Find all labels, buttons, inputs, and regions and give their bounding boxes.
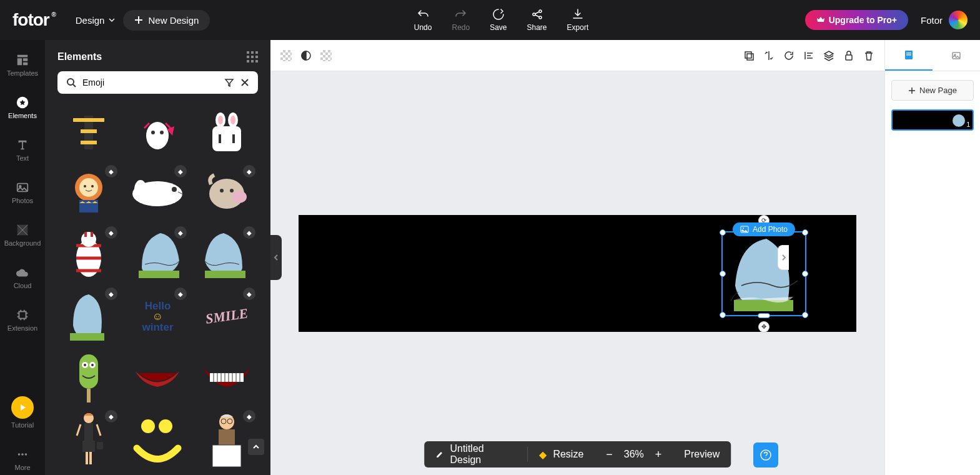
svg-point-25	[151, 131, 155, 134]
element-item[interactable]	[126, 346, 189, 409]
resize-button[interactable]: ◆ Resize	[528, 441, 595, 468]
resize-handle[interactable]	[802, 229, 808, 236]
element-item[interactable]	[196, 346, 258, 409]
save-button[interactable]: Save	[490, 8, 507, 32]
download-icon	[572, 8, 584, 21]
lock-icon[interactable]	[843, 50, 854, 61]
sidebar-item-text[interactable]: Text	[0, 134, 45, 166]
element-item[interactable]: ◆	[196, 162, 258, 225]
add-photo-button[interactable]: Add Photo	[733, 222, 795, 236]
element-item[interactable]: ◆	[57, 285, 120, 348]
canvas-viewport[interactable]: Add Photo ⟳ ✥	[270, 71, 884, 475]
save-icon	[492, 8, 505, 21]
share-button[interactable]: Share	[527, 8, 547, 32]
export-button[interactable]: Export	[567, 8, 589, 32]
transparency-icon[interactable]	[280, 50, 292, 61]
svg-rect-23	[81, 141, 97, 144]
canvas[interactable]: Add Photo ⟳ ✥	[299, 215, 856, 332]
sidebar-item-tutorial[interactable]: Tutorial	[0, 392, 45, 432]
design-title-section[interactable]: Untitled Design	[424, 441, 528, 468]
new-page-button[interactable]: New Page	[891, 80, 974, 101]
user-menu[interactable]: Fotor	[921, 11, 968, 29]
adjust-icon[interactable]	[300, 50, 312, 61]
svg-rect-21	[73, 118, 104, 122]
grid-view-icon[interactable]	[247, 51, 258, 62]
filter-icon[interactable]	[224, 78, 234, 88]
svg-rect-17	[251, 60, 254, 62]
element-item[interactable]	[126, 408, 189, 470]
rotate-icon[interactable]	[783, 50, 794, 61]
sidebar-item-extension[interactable]: Extension	[0, 304, 45, 336]
svg-rect-61	[84, 423, 93, 441]
clear-icon[interactable]	[240, 78, 249, 87]
zoom-in-button[interactable]: +	[655, 448, 662, 461]
element-item[interactable]: ◆Hello☺winter	[126, 285, 189, 348]
panel-title: Elements	[57, 51, 102, 62]
svg-rect-22	[81, 129, 97, 133]
element-item[interactable]: ◆SMILE	[196, 285, 258, 348]
search-input[interactable]	[82, 78, 218, 88]
svg-rect-82	[906, 52, 911, 54]
svg-rect-16	[247, 60, 249, 62]
copy-icon[interactable]	[743, 50, 755, 61]
element-item[interactable]	[57, 101, 120, 164]
element-item[interactable]	[57, 346, 120, 409]
new-design-button[interactable]: New Design	[123, 10, 210, 31]
panel-collapse-button[interactable]	[270, 235, 282, 280]
selected-element[interactable]: Add Photo ⟳ ✥	[721, 231, 806, 316]
sidebar-item-cloud[interactable]: Cloud	[0, 262, 45, 293]
element-item[interactable]: ◆	[57, 408, 120, 470]
crown-icon	[816, 16, 825, 24]
preview-button[interactable]: Preview	[673, 441, 731, 468]
svg-point-0	[533, 13, 535, 16]
help-button[interactable]	[753, 442, 778, 468]
design-menu[interactable]: Design	[68, 10, 124, 31]
zoom-out-button[interactable]: −	[606, 448, 613, 461]
element-item[interactable]: ◆	[126, 162, 189, 225]
resize-handle[interactable]	[802, 271, 808, 277]
scroll-top-button[interactable]	[248, 439, 264, 455]
flip-icon[interactable]	[763, 50, 775, 61]
sidebar-label: Cloud	[14, 282, 32, 289]
element-item[interactable]: ◆	[57, 224, 120, 286]
resize-handle[interactable]	[720, 229, 726, 236]
design-menu-label: Design	[76, 15, 105, 26]
premium-badge: ◆	[174, 165, 187, 178]
page-thumbnail[interactable]: 1	[891, 109, 974, 131]
element-item[interactable]: ◆	[57, 162, 120, 225]
sidebar-item-photos[interactable]: Photos	[0, 177, 45, 208]
resize-handle[interactable]	[802, 312, 808, 318]
resize-handle[interactable]	[758, 313, 770, 318]
user-name: Fotor	[921, 15, 943, 26]
premium-badge: ◆	[243, 165, 255, 178]
undo-button[interactable]: Undo	[414, 8, 432, 32]
resize-handle[interactable]	[720, 312, 726, 318]
upgrade-button[interactable]: Upgrade to Pro+	[805, 10, 908, 30]
svg-point-78	[743, 228, 744, 229]
sidebar-item-elements[interactable]: Elements	[0, 92, 45, 123]
logo[interactable]: fotor®	[12, 10, 49, 30]
checker-icon[interactable]	[320, 50, 332, 61]
premium-badge: ◆	[243, 410, 255, 422]
element-item[interactable]	[126, 101, 189, 164]
redo-button[interactable]: Redo	[452, 8, 470, 32]
move-handle[interactable]: ✥	[758, 321, 770, 332]
export-label: Export	[567, 23, 589, 32]
sidebar-label: Text	[16, 154, 29, 162]
right-panel-toggle[interactable]	[778, 245, 789, 270]
element-item[interactable]	[196, 101, 258, 164]
layers-icon[interactable]	[823, 50, 834, 61]
pages-tab[interactable]	[885, 40, 933, 71]
svg-point-8	[21, 453, 24, 456]
element-item[interactable]: ◆	[196, 224, 258, 286]
sidebar-item-more[interactable]: More	[0, 444, 45, 475]
premium-badge: ◆	[174, 226, 187, 239]
delete-icon[interactable]	[863, 50, 874, 61]
sidebar-item-background[interactable]: Background	[0, 219, 45, 251]
layers-tab[interactable]	[933, 40, 980, 71]
photos-icon	[16, 181, 29, 194]
resize-handle[interactable]	[720, 271, 726, 277]
align-icon[interactable]	[803, 50, 814, 61]
element-item[interactable]: ◆	[126, 224, 189, 286]
sidebar-item-templates[interactable]: Templates	[0, 49, 45, 81]
